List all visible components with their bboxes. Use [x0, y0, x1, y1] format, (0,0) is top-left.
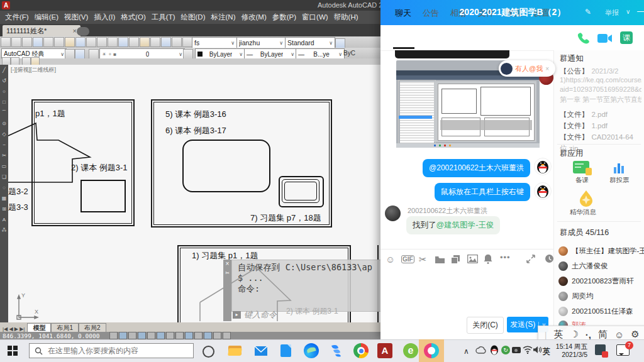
- toolbar-icon[interactable]: [43, 37, 53, 47]
- docs-app-icon[interactable]: [279, 343, 294, 358]
- cmd-cut-icon[interactable]: ✂: [225, 270, 230, 276]
- member-row[interactable]: 【班主任】建筑图学-王俊: [558, 246, 644, 256]
- toolbar-icon[interactable]: [183, 49, 193, 59]
- toolbar-icon[interactable]: [335, 38, 345, 48]
- tab-announcement[interactable]: 公告: [423, 8, 439, 19]
- message-incoming[interactable]: 找到了@建筑图学-王俊: [406, 216, 500, 234]
- tab-model[interactable]: 模型: [27, 323, 51, 332]
- toolbar-icon[interactable]: [11, 37, 21, 47]
- lesson-prep-icon[interactable]: [573, 161, 589, 173]
- text-style-font-select[interactable]: fs∨: [192, 37, 237, 48]
- moon-icon[interactable]: ☽: [570, 329, 578, 340]
- message-history-icon[interactable]: [545, 254, 554, 263]
- gif-icon[interactable]: GIF: [401, 255, 414, 263]
- cortana-icon[interactable]: [203, 346, 214, 358]
- essence-messages-label[interactable]: 精华消息: [570, 208, 596, 217]
- menu-tools[interactable]: 工具(T): [152, 13, 175, 22]
- mention-close-icon[interactable]: ×: [545, 65, 549, 72]
- capture-tray-icon[interactable]: [512, 347, 521, 353]
- expand-icon[interactable]: [526, 255, 535, 263]
- tray-clock[interactable]: 15:14 周五 2021/3/5: [552, 343, 587, 359]
- toolbar-icon[interactable]: [97, 37, 107, 47]
- ime-settings-gear-icon[interactable]: ⚙: [631, 329, 639, 340]
- menu-draw[interactable]: 绘图(D): [181, 13, 206, 22]
- voice-call-icon[interactable]: [576, 31, 590, 45]
- taskbar-search-box[interactable]: [29, 343, 194, 358]
- tab-layout1[interactable]: 布局1: [51, 323, 79, 332]
- menu-help[interactable]: 帮助(H): [334, 13, 358, 22]
- toolbar-icon[interactable]: [150, 37, 160, 47]
- message-outgoing[interactable]: 鼠标放在工具栏上按右键: [435, 183, 530, 201]
- file-row[interactable]: 【文件】 2.pdf: [560, 108, 608, 119]
- peer-avatar[interactable]: [385, 206, 401, 221]
- dim-style-select[interactable]: Standard∨: [285, 37, 335, 48]
- menu-edit[interactable]: 编辑(E): [35, 13, 58, 22]
- edge-browser-icon[interactable]: [304, 343, 319, 358]
- my-avatar-penguin[interactable]: [534, 182, 552, 200]
- command-panel[interactable]: 自动保存到 C:\Users\86133\ap $ ... 命令:: [231, 260, 391, 312]
- qq-tray-penguin-icon[interactable]: [489, 344, 499, 356]
- incoming-mention[interactable]: @建筑图学-王俊: [436, 221, 494, 229]
- tab-layout2[interactable]: 布局2: [79, 323, 106, 332]
- autocad-taskbar-icon[interactable]: A: [377, 343, 392, 358]
- toolbar-icon[interactable]: [161, 37, 171, 47]
- sticky-note-tray-icon[interactable]: [595, 344, 606, 355]
- doc-tab[interactable]: 1111111姓名* ×: [3, 25, 80, 36]
- toolbar-icon[interactable]: [86, 37, 96, 47]
- toolbar-icon[interactable]: [65, 49, 75, 59]
- new-tab-button[interactable]: [77, 27, 89, 36]
- minimize-icon[interactable]: —: [637, 6, 644, 16]
- emoji-icon[interactable]: ☺: [386, 254, 395, 265]
- meeting-app-icon[interactable]: [330, 343, 345, 358]
- notice-line[interactable]: 1)https://ke.qq.com/course/: [560, 76, 641, 84]
- security-tray-icon[interactable]: ↻: [501, 346, 510, 354]
- toolbar-icon[interactable]: [75, 37, 86, 47]
- bell-icon[interactable]: [484, 254, 492, 264]
- wifi-icon[interactable]: [523, 346, 533, 354]
- member-row[interactable]: 2002100511任泽森: [558, 307, 633, 316]
- qq-class-app-icon[interactable]: [424, 343, 439, 358]
- member-row[interactable]: 周奕均: [558, 292, 594, 301]
- ime-emoji-icon[interactable]: ☺: [614, 329, 624, 340]
- start-button[interactable]: [8, 346, 18, 356]
- tray-expand-chevron-icon[interactable]: ∧: [464, 347, 469, 356]
- menu-window[interactable]: 窗口(W): [302, 13, 328, 22]
- toolbar-icon[interactable]: [129, 37, 139, 47]
- toolbar-icon[interactable]: [22, 37, 32, 47]
- lesson-prep-label[interactable]: 备课: [575, 176, 589, 185]
- file-folder-icon[interactable]: [435, 255, 445, 264]
- menu-file[interactable]: 文件(F): [5, 13, 29, 22]
- previous-image-edge[interactable]: [395, 50, 509, 58]
- notice-line[interactable]: aid=1029370516959228&di: [560, 85, 641, 93]
- file-row[interactable]: 【文件】 1.pdf: [560, 119, 608, 131]
- notification-bubble-icon[interactable]: 7: [616, 344, 630, 356]
- window-shake-icon[interactable]: [451, 255, 460, 264]
- menu-view[interactable]: 视图(V): [64, 13, 88, 22]
- class-mode-icon[interactable]: 课: [620, 31, 633, 44]
- mention-pill[interactable]: 有人@我 ×: [499, 60, 555, 77]
- members-title[interactable]: 群成员 45/116: [560, 228, 609, 238]
- report-link[interactable]: 举报: [605, 8, 619, 18]
- menu-parametric[interactable]: 参数(P): [272, 13, 296, 22]
- notice-line[interactable]: 第一章 第一节至第六节直线，: [560, 95, 641, 104]
- speaker-icon[interactable]: [533, 346, 542, 354]
- search-input[interactable]: [47, 346, 187, 356]
- more-icon[interactable]: •••: [500, 253, 511, 262]
- mail-icon[interactable]: [253, 343, 269, 358]
- cmd-panel-grip[interactable]: × ✂: [223, 260, 231, 321]
- group-notice-title[interactable]: 群通知: [560, 53, 584, 64]
- tab-chat[interactable]: 聊天: [395, 8, 411, 19]
- member-row[interactable]: 2002100823曹雨轩: [558, 277, 633, 286]
- toolbar-icon[interactable]: [118, 37, 128, 47]
- ie-browser-icon[interactable]: e: [403, 343, 418, 358]
- chevron-down-icon[interactable]: ∨: [626, 8, 630, 15]
- chrome-browser-icon[interactable]: [353, 343, 369, 358]
- menu-insert[interactable]: 插入(I): [94, 13, 115, 22]
- autocad-logo-icon[interactable]: A: [2, 1, 10, 9]
- ime-lang-en[interactable]: 英: [553, 329, 563, 341]
- toolbar-icon[interactable]: [65, 37, 75, 47]
- edit-title-icon[interactable]: ✎: [585, 8, 591, 16]
- member-row[interactable]: 土六潘俊俊: [558, 261, 608, 271]
- ime-simplified[interactable]: 简: [598, 329, 608, 341]
- menu-modify[interactable]: 修改(M): [241, 13, 266, 22]
